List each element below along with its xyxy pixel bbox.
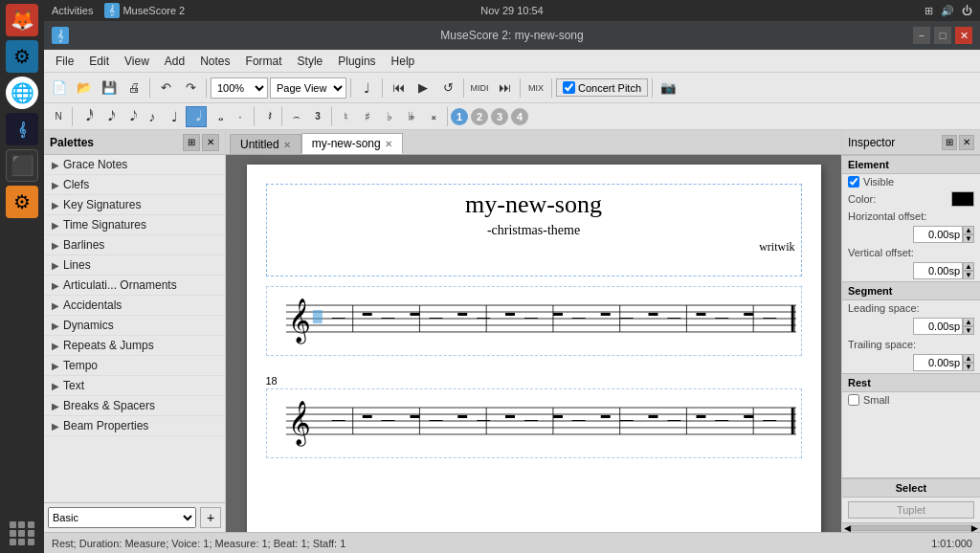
rewind-btn[interactable]: ⏮ — [387, 77, 410, 100]
menu-edit[interactable]: Edit — [81, 53, 117, 70]
tuplet-button[interactable]: Tuplet — [848, 501, 974, 519]
v-offset-down[interactable]: ▼ — [963, 271, 974, 279]
trailing-input[interactable] — [913, 354, 963, 371]
taskbar-terminal[interactable]: ⬛ — [6, 149, 38, 182]
v-offset-input[interactable] — [913, 262, 963, 279]
voice-4-btn[interactable]: 4 — [511, 108, 528, 125]
fast-forward-btn[interactable]: ⏭ — [493, 77, 516, 100]
taskbar-grid[interactable] — [10, 521, 34, 545]
view-mode-select[interactable]: Page View Continuous — [270, 77, 346, 99]
inspector-scrollbar[interactable]: ◀ ▶ — [842, 522, 980, 532]
voice-2-btn[interactable]: 2 — [471, 108, 488, 125]
palette-tempo[interactable]: ▶ Tempo — [44, 356, 225, 376]
minimize-btn[interactable]: − — [913, 27, 930, 44]
trailing-down[interactable]: ▼ — [963, 363, 974, 371]
palette-accidentals[interactable]: ▶ Accidentals — [44, 296, 225, 316]
accidental-natural[interactable]: ♮ — [335, 106, 356, 127]
add-palette-btn[interactable]: + — [200, 507, 221, 528]
staff-2[interactable]: 𝄞 — ▬ — ▬ — ▬ — ▬ — — [266, 388, 802, 458]
play-btn[interactable]: ▶ — [412, 77, 434, 100]
open-btn[interactable]: 📂 — [73, 77, 96, 100]
palettes-close-btn[interactable]: ✕ — [202, 134, 219, 151]
redo-btn[interactable]: ↷ — [179, 77, 202, 100]
h-offset-up[interactable]: ▲ — [963, 226, 974, 234]
trailing-up[interactable]: ▲ — [963, 354, 974, 363]
inspector-undock-btn[interactable]: ⊞ — [942, 135, 957, 150]
close-btn[interactable]: ✕ — [955, 27, 972, 44]
duration-dot[interactable]: · — [230, 106, 251, 127]
duration-quarter[interactable]: ♩ — [164, 106, 185, 127]
palette-text[interactable]: ▶ Text — [44, 376, 225, 396]
accidental-dbl-sharp[interactable]: 𝄪 — [423, 106, 444, 127]
palette-repeats[interactable]: ▶ Repeats & Jumps — [44, 336, 225, 356]
palette-time-signatures[interactable]: ▶ Time Signatures — [44, 215, 225, 235]
tab-my-new-song[interactable]: my-new-song ✕ — [301, 133, 403, 154]
accidental-dbl-flat[interactable]: 𝄫 — [401, 106, 422, 127]
leading-input[interactable] — [913, 318, 963, 335]
palette-articulations[interactable]: ▶ Articulati... Ornaments — [44, 276, 225, 296]
metronome-btn[interactable]: ♩ — [355, 77, 378, 100]
new-btn[interactable]: 📄 — [48, 77, 71, 100]
palette-clefs[interactable]: ▶ Clefs — [44, 175, 225, 195]
taskbar-chrome[interactable]: 🌐 — [6, 77, 38, 109]
scroll-right-btn[interactable]: ▶ — [971, 523, 978, 533]
h-offset-input[interactable] — [913, 226, 963, 243]
color-swatch[interactable] — [951, 191, 974, 207]
note-input-btn[interactable]: N — [48, 106, 69, 127]
duration-16th[interactable]: 𝅘𝅥𝅮 — [120, 106, 141, 127]
maximize-btn[interactable]: □ — [934, 27, 951, 44]
palette-dynamics[interactable]: ▶ Dynamics — [44, 316, 225, 336]
zoom-select[interactable]: 100% 75% 150% — [211, 77, 268, 99]
menu-file[interactable]: File — [48, 53, 81, 70]
leading-down[interactable]: ▼ — [963, 326, 974, 335]
loop-btn[interactable]: ↺ — [436, 77, 459, 100]
voice-3-btn[interactable]: 3 — [491, 108, 508, 125]
rest-btn[interactable]: 𝄽 — [257, 106, 278, 127]
palette-barlines[interactable]: ▶ Barlines — [44, 235, 225, 255]
menu-notes[interactable]: Notes — [192, 53, 237, 70]
scroll-track[interactable] — [851, 525, 971, 531]
tab-untitled[interactable]: Untitled ✕ — [230, 134, 301, 154]
duration-8th[interactable]: ♪ — [142, 106, 163, 127]
menu-add[interactable]: Add — [157, 53, 192, 70]
leading-up[interactable]: ▲ — [963, 318, 974, 326]
concert-pitch-checkbox[interactable] — [563, 81, 575, 94]
screenshot-btn[interactable]: 📷 — [657, 77, 679, 100]
staff-1[interactable]: 𝄞 — ▬ — ▬ — — [266, 286, 802, 356]
duration-whole[interactable]: 𝅝 — [208, 106, 229, 127]
voice-1-btn[interactable]: 1 — [451, 108, 468, 125]
tie-btn[interactable]: ⌢ — [285, 106, 306, 127]
concert-pitch-toggle[interactable]: Concert Pitch — [556, 78, 648, 97]
tab-my-new-song-close[interactable]: ✕ — [385, 139, 392, 149]
menu-plugins[interactable]: Plugins — [330, 53, 383, 70]
inspector-close-btn[interactable]: ✕ — [959, 135, 974, 150]
tab-untitled-close[interactable]: ✕ — [283, 140, 291, 150]
score-content[interactable]: my-new-song -christmas-theme writwik — [226, 155, 841, 532]
duration-32nd[interactable]: 𝅘𝅥𝅯 — [98, 106, 119, 127]
palette-lines[interactable]: ▶ Lines — [44, 255, 225, 276]
menu-style[interactable]: Style — [290, 53, 331, 70]
print-btn[interactable]: 🖨 — [122, 77, 145, 100]
palette-breaks[interactable]: ▶ Breaks & Spacers — [44, 396, 225, 416]
taskbar-firefox[interactable]: 🦊 — [6, 4, 38, 36]
tuplet-btn[interactable]: 3 — [307, 106, 328, 127]
duration-64th[interactable]: 𝅘𝅥𝅰 — [76, 106, 97, 127]
v-offset-up[interactable]: ▲ — [963, 262, 974, 271]
palette-grace-notes[interactable]: ▶ Grace Notes — [44, 155, 225, 175]
small-checkbox[interactable] — [848, 394, 859, 406]
menu-view[interactable]: View — [117, 53, 157, 70]
taskbar-settings[interactable]: ⚙ — [6, 186, 38, 218]
taskbar-kde[interactable]: ⚙ — [6, 40, 38, 73]
scroll-left-btn[interactable]: ◀ — [844, 523, 851, 533]
accidental-flat[interactable]: ♭ — [379, 106, 400, 127]
midi-in-btn[interactable]: MIDI — [468, 77, 491, 100]
save-btn[interactable]: 💾 — [98, 77, 121, 100]
palettes-resize-btn[interactable]: ⊞ — [183, 134, 200, 151]
taskbar-musescore[interactable]: 𝄞 — [6, 113, 38, 145]
palette-type-select[interactable]: Basic Advanced — [48, 507, 196, 528]
duration-half[interactable]: 𝅗𝅥 — [186, 106, 207, 127]
mixer-btn[interactable]: MIX — [524, 77, 547, 100]
menu-help[interactable]: Help — [384, 53, 423, 70]
menu-format[interactable]: Format — [238, 53, 290, 70]
visible-checkbox[interactable] — [848, 176, 859, 188]
